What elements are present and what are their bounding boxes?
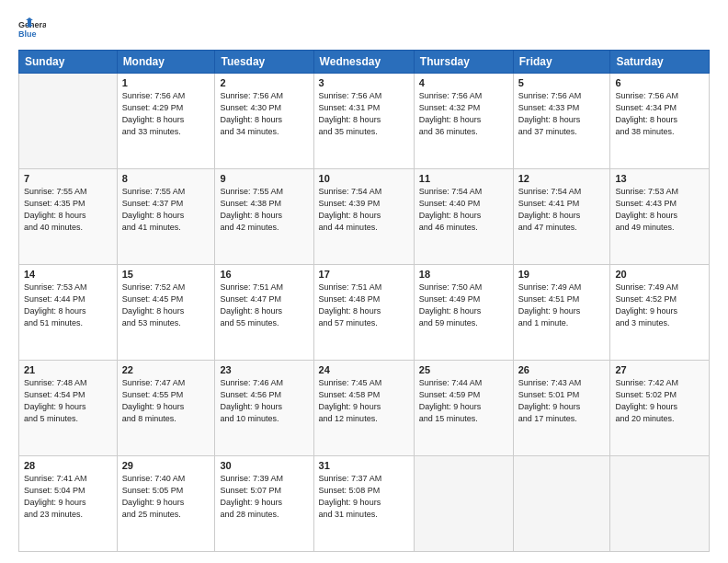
day-number: 20 <box>615 269 704 280</box>
day-info: Sunrise: 7:49 AMSunset: 4:52 PMDaylight:… <box>615 282 704 329</box>
calendar-cell: 16Sunrise: 7:51 AMSunset: 4:47 PMDayligh… <box>215 265 313 361</box>
calendar-cell: 22Sunrise: 7:47 AMSunset: 4:55 PMDayligh… <box>117 361 215 456</box>
day-info: Sunrise: 7:54 AMSunset: 4:40 PMDaylight:… <box>419 186 508 234</box>
day-info: Sunrise: 7:51 AMSunset: 4:47 PMDaylight:… <box>220 282 308 329</box>
weekday-header-thursday: Thursday <box>414 51 513 74</box>
calendar-cell: 24Sunrise: 7:45 AMSunset: 4:58 PMDayligh… <box>313 361 414 456</box>
calendar-cell: 3Sunrise: 7:56 AMSunset: 4:31 PMDaylight… <box>313 74 414 169</box>
day-number: 9 <box>220 173 308 184</box>
day-info: Sunrise: 7:37 AMSunset: 5:08 PMDaylight:… <box>319 473 409 521</box>
calendar-cell: 30Sunrise: 7:39 AMSunset: 5:07 PMDayligh… <box>215 456 313 552</box>
day-info: Sunrise: 7:56 AMSunset: 4:34 PMDaylight:… <box>615 90 704 138</box>
calendar-cell: 21Sunrise: 7:48 AMSunset: 4:54 PMDayligh… <box>19 361 118 456</box>
weekday-header-sunday: Sunday <box>19 51 118 74</box>
week-row-4: 21Sunrise: 7:48 AMSunset: 4:54 PMDayligh… <box>19 361 710 456</box>
day-info: Sunrise: 7:55 AMSunset: 4:35 PMDaylight:… <box>24 186 112 234</box>
day-info: Sunrise: 7:46 AMSunset: 4:56 PMDaylight:… <box>220 377 308 425</box>
day-number: 11 <box>419 173 508 184</box>
weekday-header-friday: Friday <box>513 51 610 74</box>
calendar-cell <box>610 456 710 552</box>
calendar-cell: 28Sunrise: 7:41 AMSunset: 5:04 PMDayligh… <box>19 456 118 552</box>
day-info: Sunrise: 7:43 AMSunset: 5:01 PMDaylight:… <box>518 377 606 425</box>
calendar-cell: 10Sunrise: 7:54 AMSunset: 4:39 PMDayligh… <box>313 169 414 265</box>
header: General Blue <box>18 15 710 42</box>
day-info: Sunrise: 7:53 AMSunset: 4:44 PMDaylight:… <box>24 282 112 329</box>
day-info: Sunrise: 7:39 AMSunset: 5:07 PMDaylight:… <box>220 473 308 521</box>
calendar-cell: 2Sunrise: 7:56 AMSunset: 4:30 PMDaylight… <box>215 74 313 169</box>
day-info: Sunrise: 7:54 AMSunset: 4:41 PMDaylight:… <box>518 186 606 234</box>
calendar-cell: 5Sunrise: 7:56 AMSunset: 4:33 PMDaylight… <box>513 74 610 169</box>
page: General Blue SundayMondayTuesdayWednesda… <box>0 0 728 563</box>
day-number: 2 <box>220 77 308 88</box>
day-number: 7 <box>24 173 112 184</box>
calendar-cell: 19Sunrise: 7:49 AMSunset: 4:51 PMDayligh… <box>513 265 610 361</box>
calendar-table: SundayMondayTuesdayWednesdayThursdayFrid… <box>18 50 710 552</box>
day-info: Sunrise: 7:52 AMSunset: 4:45 PMDaylight:… <box>122 282 210 329</box>
day-number: 18 <box>419 269 508 280</box>
svg-text:Blue: Blue <box>18 29 37 39</box>
day-info: Sunrise: 7:40 AMSunset: 5:05 PMDaylight:… <box>122 473 210 521</box>
weekday-header-row: SundayMondayTuesdayWednesdayThursdayFrid… <box>19 51 710 74</box>
calendar-cell: 4Sunrise: 7:56 AMSunset: 4:32 PMDaylight… <box>414 74 513 169</box>
week-row-1: 1Sunrise: 7:56 AMSunset: 4:29 PMDaylight… <box>19 74 710 169</box>
calendar-cell <box>19 74 118 169</box>
day-info: Sunrise: 7:51 AMSunset: 4:48 PMDaylight:… <box>319 282 409 329</box>
day-number: 25 <box>419 364 508 375</box>
day-number: 15 <box>122 269 210 280</box>
calendar-cell <box>513 456 610 552</box>
day-number: 14 <box>24 269 112 280</box>
calendar-cell: 6Sunrise: 7:56 AMSunset: 4:34 PMDaylight… <box>610 74 710 169</box>
calendar-cell: 26Sunrise: 7:43 AMSunset: 5:01 PMDayligh… <box>513 361 610 456</box>
day-number: 30 <box>220 460 308 471</box>
day-info: Sunrise: 7:56 AMSunset: 4:29 PMDaylight:… <box>122 90 210 138</box>
day-number: 4 <box>419 77 508 88</box>
day-info: Sunrise: 7:45 AMSunset: 4:58 PMDaylight:… <box>319 377 409 425</box>
calendar-cell: 31Sunrise: 7:37 AMSunset: 5:08 PMDayligh… <box>313 456 414 552</box>
week-row-5: 28Sunrise: 7:41 AMSunset: 5:04 PMDayligh… <box>19 456 710 552</box>
calendar-cell: 9Sunrise: 7:55 AMSunset: 4:38 PMDaylight… <box>215 169 313 265</box>
calendar-cell: 7Sunrise: 7:55 AMSunset: 4:35 PMDaylight… <box>19 169 118 265</box>
day-number: 8 <box>122 173 210 184</box>
calendar-cell: 14Sunrise: 7:53 AMSunset: 4:44 PMDayligh… <box>19 265 118 361</box>
calendar-cell: 20Sunrise: 7:49 AMSunset: 4:52 PMDayligh… <box>610 265 710 361</box>
day-number: 6 <box>615 77 704 88</box>
day-number: 26 <box>518 364 606 375</box>
logo: General Blue <box>18 15 50 42</box>
day-info: Sunrise: 7:44 AMSunset: 4:59 PMDaylight:… <box>419 377 508 425</box>
weekday-header-monday: Monday <box>117 51 215 74</box>
calendar-cell: 8Sunrise: 7:55 AMSunset: 4:37 PMDaylight… <box>117 169 215 265</box>
day-info: Sunrise: 7:42 AMSunset: 5:02 PMDaylight:… <box>615 377 704 425</box>
day-info: Sunrise: 7:56 AMSunset: 4:31 PMDaylight:… <box>319 90 409 138</box>
calendar-cell <box>414 456 513 552</box>
day-info: Sunrise: 7:55 AMSunset: 4:38 PMDaylight:… <box>220 186 308 234</box>
day-number: 13 <box>615 173 704 184</box>
day-number: 23 <box>220 364 308 375</box>
day-info: Sunrise: 7:55 AMSunset: 4:37 PMDaylight:… <box>122 186 210 234</box>
day-info: Sunrise: 7:56 AMSunset: 4:30 PMDaylight:… <box>220 90 308 138</box>
week-row-3: 14Sunrise: 7:53 AMSunset: 4:44 PMDayligh… <box>19 265 710 361</box>
calendar-cell: 25Sunrise: 7:44 AMSunset: 4:59 PMDayligh… <box>414 361 513 456</box>
day-number: 10 <box>319 173 409 184</box>
day-number: 3 <box>319 77 409 88</box>
day-info: Sunrise: 7:49 AMSunset: 4:51 PMDaylight:… <box>518 282 606 329</box>
day-number: 17 <box>319 269 409 280</box>
day-number: 27 <box>615 364 704 375</box>
day-info: Sunrise: 7:47 AMSunset: 4:55 PMDaylight:… <box>122 377 210 425</box>
day-info: Sunrise: 7:41 AMSunset: 5:04 PMDaylight:… <box>24 473 112 521</box>
calendar-cell: 12Sunrise: 7:54 AMSunset: 4:41 PMDayligh… <box>513 169 610 265</box>
calendar-cell: 13Sunrise: 7:53 AMSunset: 4:43 PMDayligh… <box>610 169 710 265</box>
day-number: 28 <box>24 460 112 471</box>
calendar-cell: 1Sunrise: 7:56 AMSunset: 4:29 PMDaylight… <box>117 74 215 169</box>
day-number: 21 <box>24 364 112 375</box>
day-number: 24 <box>319 364 409 375</box>
calendar-cell: 18Sunrise: 7:50 AMSunset: 4:49 PMDayligh… <box>414 265 513 361</box>
week-row-2: 7Sunrise: 7:55 AMSunset: 4:35 PMDaylight… <box>19 169 710 265</box>
day-info: Sunrise: 7:56 AMSunset: 4:32 PMDaylight:… <box>419 90 508 138</box>
calendar-cell: 23Sunrise: 7:46 AMSunset: 4:56 PMDayligh… <box>215 361 313 456</box>
day-info: Sunrise: 7:53 AMSunset: 4:43 PMDaylight:… <box>615 186 704 234</box>
calendar-cell: 11Sunrise: 7:54 AMSunset: 4:40 PMDayligh… <box>414 169 513 265</box>
weekday-header-tuesday: Tuesday <box>215 51 313 74</box>
day-number: 1 <box>122 77 210 88</box>
day-number: 5 <box>518 77 606 88</box>
day-number: 19 <box>518 269 606 280</box>
